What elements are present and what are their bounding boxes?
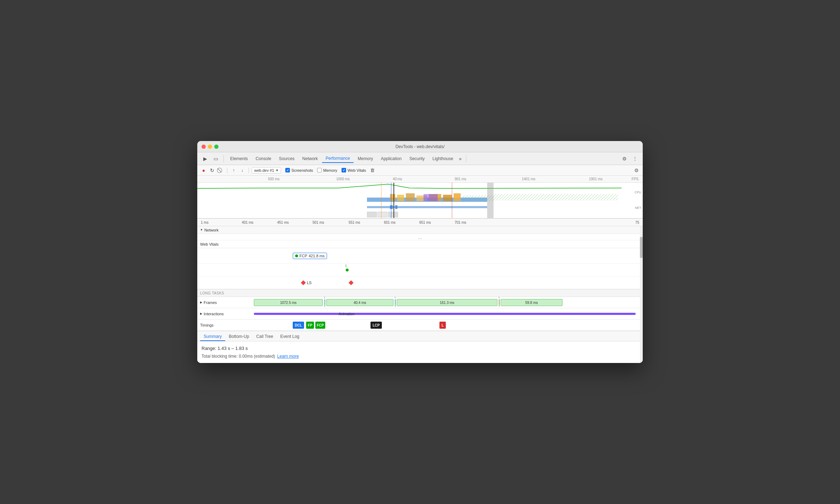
l-badge[interactable]: L [439, 322, 446, 329]
frame-block-1[interactable]: 1072.5 ms [254, 299, 323, 306]
ruler-label-1401: 1401 ms [522, 177, 535, 181]
detail-label-601ms: 601 ms [384, 221, 396, 224]
vline-orange [381, 183, 381, 218]
tab-separator-2 [466, 155, 466, 162]
tab-bottom-up[interactable]: Bottom-Up [225, 333, 252, 341]
svg-rect-7 [443, 195, 452, 201]
range-text: Range: 1.43 s – 1.83 s [202, 346, 638, 351]
toolbar-sep-1 [227, 168, 227, 173]
scrollbar[interactable] [640, 226, 643, 363]
cpu-track [197, 193, 643, 203]
record-button[interactable]: ● [200, 167, 207, 174]
tab-memory[interactable]: Memory [354, 155, 377, 163]
screenshots-checkbox[interactable]: ✓ Screenshots [285, 168, 313, 172]
mobile-icon[interactable]: ▭ [211, 154, 221, 164]
window-title: DevTools - web.dev/vitals/ [396, 144, 445, 149]
clear-button[interactable]: ⃠ [217, 167, 224, 174]
more-tabs-icon[interactable]: » [457, 155, 463, 162]
tab-call-tree[interactable]: Call Tree [253, 333, 277, 341]
title-bar: DevTools - web.dev/vitals/ [197, 141, 643, 152]
tab-elements[interactable]: Elements [227, 155, 251, 163]
web-vitals-rows: FCP 421.8 ms LS [197, 248, 643, 289]
tab-console[interactable]: Console [252, 155, 275, 163]
tab-application[interactable]: Application [377, 155, 405, 163]
frame-block-4[interactable]: 59.8 ms [501, 299, 562, 306]
more-options-icon[interactable]: ⋮ [630, 154, 640, 164]
minimize-button[interactable] [208, 145, 212, 149]
frame-block-3[interactable]: 161.3 ms [397, 299, 497, 306]
performance-toolbar: ● ↻ ⃠ ↑ ↓ web.dev #1 ▼ ✓ Screenshots Mem… [197, 165, 643, 176]
fcp-label: FCP [299, 254, 307, 258]
cursor-icon[interactable]: ▶ [200, 154, 210, 164]
delete-recording-icon[interactable]: 🗑 [370, 168, 375, 173]
long-tasks-header: LONG TASKS [197, 289, 643, 297]
vline-fcp [391, 183, 391, 218]
ruler-label-500: 500 ms [268, 177, 280, 181]
svg-rect-4 [406, 193, 415, 201]
frames-collapse-icon[interactable]: ▶ [200, 301, 202, 304]
ls-diamond-2 [349, 280, 354, 285]
ls-label: LS [307, 281, 311, 285]
ruler-label-ms: ms [397, 177, 402, 181]
svg-rect-11 [424, 194, 438, 201]
network-section-row: ▼ Network [197, 226, 643, 234]
web-vitals-checkbox[interactable]: ✓ Web Vitals [342, 168, 366, 172]
fcp-dot [295, 254, 298, 257]
download-button[interactable]: ↓ [239, 167, 246, 174]
fcp-timing-badge[interactable]: FCP [315, 322, 325, 329]
svg-rect-14 [395, 205, 397, 209]
maximize-button[interactable] [214, 145, 218, 149]
upload-button[interactable]: ↑ [230, 167, 237, 174]
timeline-overview: 500 ms 1000 ms 40 ms 901 ms 1401 ms 1901… [197, 176, 643, 218]
tab-summary[interactable]: Summary [200, 333, 225, 341]
settings-icon[interactable]: ⚙ [619, 154, 629, 164]
fcp-row: FCP 421.8 ms [197, 248, 643, 264]
capture-settings-icon[interactable]: ⚙ [633, 167, 640, 174]
blocking-time-label: Total blocking time: 0.00ms (estimated) [202, 354, 275, 359]
detail-label-401ms: 401 ms [242, 221, 253, 224]
interactions-row: ▶ Interactions Animation [197, 308, 643, 320]
svg-rect-3 [397, 195, 404, 201]
source-selector[interactable]: web.dev #1 ▼ [252, 167, 281, 174]
dots-row: ... [197, 234, 643, 240]
tab-security[interactable]: Security [406, 155, 428, 163]
source-label: web.dev #1 [254, 168, 274, 172]
interactions-title: Interactions [204, 312, 224, 316]
tab-performance[interactable]: Performance [322, 154, 354, 163]
reload-record-button[interactable]: ↻ [209, 167, 216, 174]
scrollbar-thumb[interactable] [640, 237, 643, 258]
ruler-label-1901: 1901 ms [589, 177, 602, 181]
filter-options: ✓ Screenshots Memory ✓ Web Vitals 🗑 [285, 168, 375, 173]
screenshots-label: Screenshots [291, 168, 313, 172]
frame-block-2[interactable]: 40.4 ms [326, 299, 393, 306]
network-collapse-icon[interactable]: ▼ [200, 228, 203, 232]
tab-separator [223, 155, 224, 162]
svg-rect-12 [367, 206, 487, 208]
blocking-time-text: Total blocking time: 0.00ms (estimated) … [202, 354, 638, 359]
tab-network[interactable]: Network [299, 155, 321, 163]
close-button[interactable] [202, 145, 206, 149]
fcp-badge[interactable]: FCP 421.8 ms [293, 253, 327, 259]
tab-event-log[interactable]: Event Log [277, 333, 303, 341]
tab-sources[interactable]: Sources [275, 155, 298, 163]
interactions-collapse-icon[interactable]: ▶ [200, 312, 202, 315]
ls-diamond-1 [301, 280, 306, 285]
traffic-lights [202, 145, 218, 149]
memory-checkbox[interactable]: Memory [317, 168, 337, 172]
web-vitals-header: Web Vitals [197, 240, 643, 248]
tab-lighthouse[interactable]: Lighthouse [429, 155, 457, 163]
ruler-label-40: 40 [393, 177, 397, 181]
frame-vline-3 [499, 297, 499, 308]
frames-title: Frames [204, 300, 217, 305]
timings-row: Timings DCL FP FCP LCP L [197, 320, 643, 331]
learn-more-link[interactable]: Learn more [277, 354, 299, 359]
frame-vline-1 [325, 297, 325, 308]
frames-label: ▶ Frames [197, 300, 254, 305]
lcp-badge[interactable]: LCP [371, 322, 382, 329]
devtools-window: DevTools - web.dev/vitals/ ▶ ▭ Elements … [197, 141, 643, 363]
dcl-badge[interactable]: DCL [293, 322, 304, 329]
memory-label: Memory [323, 168, 337, 172]
fp-badge[interactable]: FP [306, 322, 314, 329]
detail-label-1ms: 1 ms [201, 221, 209, 224]
main-panels: ▼ Network ... Web Vitals FCP 421.8 ms [197, 226, 643, 363]
